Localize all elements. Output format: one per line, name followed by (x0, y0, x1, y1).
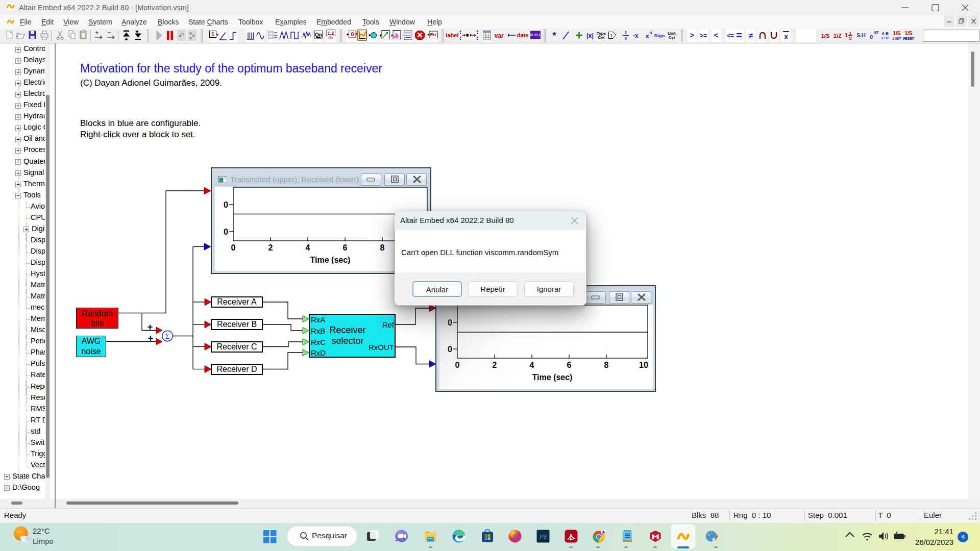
svg-text:P9: P9 (540, 534, 546, 540)
